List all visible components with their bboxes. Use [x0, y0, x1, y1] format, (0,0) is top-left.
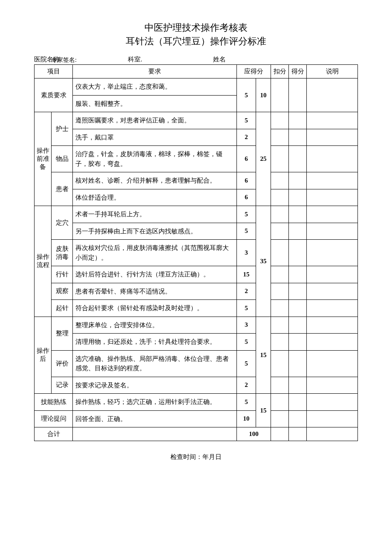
- table-row: 合计 100: [35, 427, 358, 441]
- table-row: 操作流程 定穴 术者一手持耳轮后上方。 5 35: [35, 206, 358, 223]
- deduct-cell[interactable]: [271, 300, 289, 317]
- note-cell[interactable]: [307, 394, 358, 411]
- table-row: 操作前准备 护士 遵照医嘱要求，对患者评估正确，全面。 5 25: [35, 112, 358, 129]
- got-cell[interactable]: [289, 146, 307, 172]
- note-cell[interactable]: [307, 129, 358, 146]
- got-cell[interactable]: [289, 350, 307, 377]
- note-cell[interactable]: [307, 189, 358, 206]
- req-text: 选针后符合进针、行针方法（埋豆方法正确）。: [73, 266, 237, 283]
- note-cell[interactable]: [307, 146, 358, 172]
- got-cell[interactable]: [289, 189, 307, 206]
- req-text: 清理用物，归还原处，洗手；针具处理符合要求。: [73, 334, 237, 351]
- deduct-cell[interactable]: [271, 410, 289, 427]
- got-cell[interactable]: [289, 78, 307, 112]
- score: 5: [237, 334, 256, 351]
- req-text: 再次核对穴位后，用皮肤消毒液擦拭（其范围视耳廓大小而定）。: [73, 240, 237, 266]
- got-cell[interactable]: [289, 240, 307, 266]
- req-text: 体位舒适合理。: [73, 189, 237, 206]
- deduct-cell[interactable]: [271, 206, 289, 223]
- deduct-cell[interactable]: [271, 394, 289, 411]
- section-prep: 操作前准备: [35, 112, 52, 206]
- req-text: 仪表大方，举止端庄，态度和蔼。: [73, 78, 237, 96]
- note-cell[interactable]: [307, 410, 358, 427]
- note-cell[interactable]: [307, 223, 358, 240]
- section-total: 15: [256, 317, 271, 394]
- score: 5: [237, 78, 256, 112]
- note-cell[interactable]: [307, 317, 358, 334]
- deduct-cell[interactable]: [271, 112, 289, 129]
- grand-total: 100: [237, 427, 271, 441]
- deduct-cell[interactable]: [271, 240, 289, 266]
- note-cell[interactable]: [307, 172, 358, 189]
- deduct-cell[interactable]: [271, 427, 289, 441]
- table-row: 行针 选针后符合进针、行针方法（埋豆方法正确）。 15: [35, 266, 358, 283]
- got-cell[interactable]: [289, 223, 307, 240]
- got-cell[interactable]: [289, 334, 307, 351]
- deduct-cell[interactable]: [271, 146, 289, 172]
- section-skill: 技能熟练: [35, 394, 73, 411]
- got-cell[interactable]: [289, 317, 307, 334]
- got-cell[interactable]: [289, 377, 307, 394]
- deduct-cell[interactable]: [271, 129, 289, 146]
- deduct-cell[interactable]: [271, 317, 289, 334]
- got-cell[interactable]: [289, 283, 307, 300]
- table-header-row: 项目 要求 应得分 扣分 得分 说明: [35, 65, 358, 78]
- note-cell[interactable]: [307, 334, 358, 351]
- score: 6: [237, 172, 256, 189]
- table-row: 皮肤消毒 再次核对穴位后，用皮肤消毒液擦拭（其范围视耳廓大小而定）。 3: [35, 240, 358, 266]
- got-cell[interactable]: [289, 394, 307, 411]
- got-cell[interactable]: [289, 427, 307, 441]
- req-text: 术者一手持耳轮后上方。: [73, 206, 237, 223]
- score: 5: [237, 300, 256, 317]
- req-text: 患者有否晕针、疼痛等不适情况。: [73, 283, 237, 300]
- req-text: 回答全面、正确。: [73, 410, 237, 427]
- section-post: 操作后: [35, 317, 52, 394]
- note-cell[interactable]: [307, 206, 358, 223]
- table-row: 记录 按要求记录及签名。 2: [35, 377, 358, 394]
- section-quality: 素质要求: [35, 78, 73, 112]
- section-process: 操作流程: [35, 206, 52, 317]
- note-cell[interactable]: [307, 377, 358, 394]
- table-row: 患者 核对姓名、诊断、介绍并解释，患者理解与配合。 6: [35, 172, 358, 189]
- table-row: 观察 患者有否晕针、疼痛等不适情况。 2: [35, 283, 358, 300]
- sub-observe: 观察: [52, 283, 73, 300]
- got-cell[interactable]: [289, 172, 307, 189]
- deduct-cell[interactable]: [271, 189, 289, 206]
- deduct-cell[interactable]: [271, 223, 289, 240]
- note-cell[interactable]: [307, 300, 358, 317]
- note-cell[interactable]: [307, 240, 358, 266]
- score: 10: [237, 410, 256, 427]
- score: 2: [237, 129, 256, 146]
- note-cell[interactable]: [307, 427, 358, 441]
- note-cell[interactable]: [307, 78, 358, 112]
- req-text: 按要求记录及签名。: [73, 377, 237, 394]
- deduct-cell[interactable]: [271, 266, 289, 283]
- note-cell[interactable]: [307, 112, 358, 129]
- deduct-cell[interactable]: [271, 334, 289, 351]
- note-cell[interactable]: [307, 266, 358, 283]
- got-cell[interactable]: [289, 129, 307, 146]
- deduct-cell[interactable]: [271, 283, 289, 300]
- section-total: 10: [256, 78, 271, 112]
- deduct-cell[interactable]: [271, 172, 289, 189]
- deduct-cell[interactable]: [271, 350, 289, 377]
- req-text: 遵照医嘱要求，对患者评估正确，全面。: [73, 112, 237, 129]
- section-total: 15: [256, 394, 271, 427]
- got-cell[interactable]: [289, 266, 307, 283]
- deduct-cell[interactable]: [271, 78, 289, 112]
- got-cell[interactable]: [289, 112, 307, 129]
- score: 5: [237, 350, 256, 377]
- score: 5: [237, 112, 256, 129]
- score: 6: [237, 189, 256, 206]
- got-cell[interactable]: [289, 300, 307, 317]
- sub-patient: 患者: [52, 172, 73, 206]
- section-total: 25: [256, 112, 271, 206]
- got-cell[interactable]: [289, 410, 307, 427]
- deduct-cell[interactable]: [271, 377, 289, 394]
- req-text: [73, 427, 237, 441]
- note-cell[interactable]: [307, 283, 358, 300]
- got-cell[interactable]: [289, 206, 307, 223]
- note-cell[interactable]: [307, 350, 358, 377]
- table-row: 起针 符合起针要求（留针处有感染时及时处理）。 5: [35, 300, 358, 317]
- col-score-due: 应得分: [237, 65, 271, 78]
